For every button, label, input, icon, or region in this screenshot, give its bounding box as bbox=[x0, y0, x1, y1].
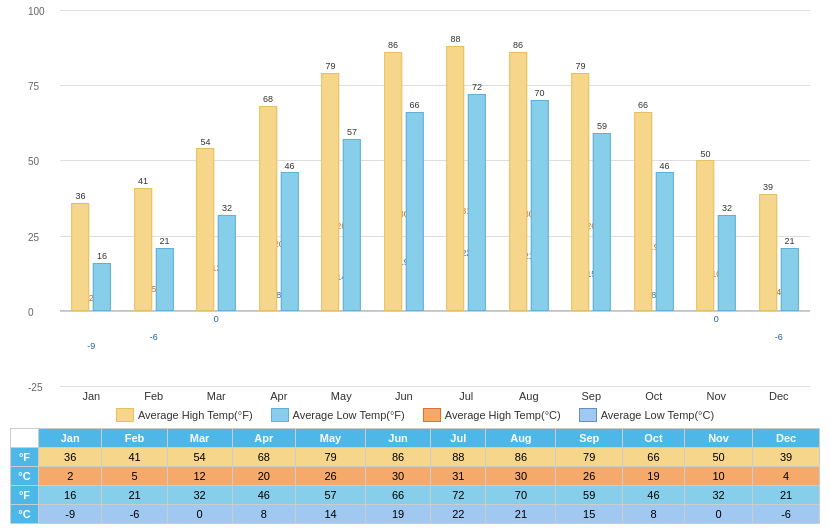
table-cell: 8 bbox=[232, 505, 295, 524]
bar-label-low: 46 bbox=[281, 161, 299, 171]
bar-low bbox=[93, 263, 111, 311]
table-col-header: Apr bbox=[232, 429, 295, 448]
table-cell: 21 bbox=[486, 505, 556, 524]
table-col-header: May bbox=[296, 429, 366, 448]
month-group: 7957 bbox=[310, 10, 373, 386]
table-cell: 68 bbox=[232, 448, 295, 467]
table-cell: 10 bbox=[684, 467, 752, 486]
table-col-header: Mar bbox=[167, 429, 232, 448]
table-cell: 46 bbox=[623, 486, 685, 505]
table-col-header: Oct bbox=[623, 429, 685, 448]
legend: Average High Temp(°F)Average Low Temp(°F… bbox=[10, 408, 820, 422]
table-row: °C251220263031302619104 bbox=[11, 467, 820, 486]
bar-low bbox=[468, 94, 486, 311]
table-cell: 32 bbox=[684, 486, 752, 505]
legend-color-box bbox=[423, 408, 441, 422]
table-cell: 66 bbox=[366, 486, 431, 505]
bar-label-low: 66 bbox=[406, 100, 424, 110]
table-cell: 14 bbox=[296, 505, 366, 524]
grid-line: -25 bbox=[60, 386, 810, 387]
table-cell: 79 bbox=[296, 448, 366, 467]
month-group: 6646 bbox=[623, 10, 686, 386]
table-col-header: Nov bbox=[684, 429, 752, 448]
x-month-label: Dec bbox=[748, 390, 811, 402]
table-cell: 8 bbox=[623, 505, 685, 524]
x-axis: JanFebMarAprMayJunJulAugSepOctNovDec bbox=[60, 390, 810, 402]
table-col-header: Dec bbox=[753, 429, 820, 448]
bar-low bbox=[781, 248, 799, 311]
table-cell: 86 bbox=[486, 448, 556, 467]
table-cell: -6 bbox=[102, 505, 167, 524]
table-row-unit: °F bbox=[11, 448, 39, 467]
y-axis-label bbox=[10, 10, 30, 402]
table-cell: 0 bbox=[684, 505, 752, 524]
table-row: °C-9-608141922211580-6 bbox=[11, 505, 820, 524]
bar-low bbox=[718, 215, 736, 311]
legend-label: Average High Temp(°C) bbox=[445, 409, 561, 421]
month-group: 3921 bbox=[748, 10, 811, 386]
bar-label-high: 36 bbox=[71, 191, 89, 201]
table-row: °F162132465766727059463221 bbox=[11, 486, 820, 505]
legend-color-box bbox=[579, 408, 597, 422]
legend-color-box bbox=[116, 408, 134, 422]
x-month-label: Jun bbox=[373, 390, 436, 402]
table-cell: 21 bbox=[753, 486, 820, 505]
table-row: °F364154687986888679665039 bbox=[11, 448, 820, 467]
table-cell: 39 bbox=[753, 448, 820, 467]
bar-high bbox=[384, 52, 402, 311]
month-group: 4121 bbox=[123, 10, 186, 386]
month-group: 8670 bbox=[498, 10, 561, 386]
bar-label-low: 21 bbox=[781, 236, 799, 246]
x-month-label: Nov bbox=[685, 390, 748, 402]
month-group: 8872 bbox=[435, 10, 498, 386]
bar-high bbox=[259, 106, 277, 311]
x-month-label: Aug bbox=[498, 390, 561, 402]
table-col-header bbox=[11, 429, 39, 448]
bar-high bbox=[634, 112, 652, 311]
table-col-header: Jan bbox=[39, 429, 102, 448]
chart-inner: 1007550250-25251220263031302619104-9-608… bbox=[30, 10, 820, 402]
data-table: JanFebMarAprMayJunJulAugSepOctNovDec°F36… bbox=[10, 428, 820, 524]
bar-high bbox=[509, 52, 527, 311]
month-group: 6846 bbox=[248, 10, 311, 386]
bar-high bbox=[134, 188, 152, 311]
bar-label-high: 68 bbox=[259, 94, 277, 104]
bar-label-low: 32 bbox=[218, 203, 236, 213]
bottom-section: JanFebMarAprMayJunJulAugSepOctNovDec°F36… bbox=[10, 428, 820, 524]
table-cell: 31 bbox=[431, 467, 486, 486]
bar-label-low: 59 bbox=[593, 121, 611, 131]
x-month-label: Mar bbox=[185, 390, 248, 402]
bar-low bbox=[406, 112, 424, 311]
bar-label-low: 16 bbox=[93, 251, 111, 261]
x-month-label: Oct bbox=[623, 390, 686, 402]
table-cell: 57 bbox=[296, 486, 366, 505]
table-col-header: Feb bbox=[102, 429, 167, 448]
table-cell: 20 bbox=[232, 467, 295, 486]
legend-label: Average Low Temp(°C) bbox=[601, 409, 714, 421]
plot-area: 1007550250-25251220263031302619104-9-608… bbox=[60, 10, 810, 386]
bar-label-high: 66 bbox=[634, 100, 652, 110]
bar-label-high: 86 bbox=[384, 40, 402, 50]
table-cell: 50 bbox=[684, 448, 752, 467]
bar-high bbox=[759, 194, 777, 311]
table-cell: 19 bbox=[623, 467, 685, 486]
bar-label-low: 32 bbox=[718, 203, 736, 213]
bar-high bbox=[321, 73, 339, 311]
bar-label-low: 46 bbox=[656, 161, 674, 171]
bar-label-high: 88 bbox=[446, 34, 464, 44]
table-cell: 21 bbox=[102, 486, 167, 505]
legend-label: Average Low Temp(°F) bbox=[293, 409, 405, 421]
table-cell: 26 bbox=[296, 467, 366, 486]
table-cell: 46 bbox=[232, 486, 295, 505]
table-cell: 30 bbox=[366, 467, 431, 486]
table-cell: 5 bbox=[102, 467, 167, 486]
bar-high bbox=[696, 160, 714, 310]
bar-label-low: 57 bbox=[343, 127, 361, 137]
x-month-label: Feb bbox=[123, 390, 186, 402]
bar-label-high: 50 bbox=[696, 149, 714, 159]
bars-container: 3616412154326846795786668872867079596646… bbox=[60, 10, 810, 386]
table-cell: 54 bbox=[167, 448, 232, 467]
table-cell: 59 bbox=[556, 486, 623, 505]
bar-low bbox=[281, 172, 299, 310]
table-col-header: Sep bbox=[556, 429, 623, 448]
